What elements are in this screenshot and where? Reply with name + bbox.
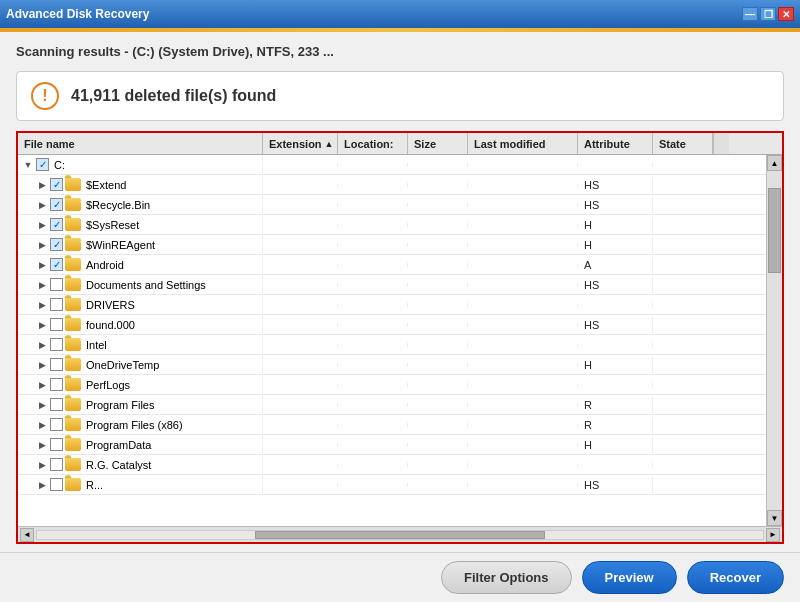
- scan-header: Scanning results - (C:) (System Drive), …: [0, 32, 800, 67]
- table-row[interactable]: ▼✓C:: [18, 155, 766, 175]
- tree-body[interactable]: ▼✓C:▶✓$ExtendHS▶✓$Recycle.BinHS▶✓$SysRes…: [18, 155, 766, 526]
- restore-button[interactable]: ❐: [760, 7, 776, 21]
- v-scroll-thumb[interactable]: [768, 188, 781, 273]
- file-checkbox[interactable]: [50, 278, 63, 291]
- expand-arrow[interactable]: ▶: [36, 419, 48, 431]
- expand-arrow[interactable]: ▶: [36, 359, 48, 371]
- folder-icon: [65, 278, 81, 291]
- cell-size: [408, 343, 468, 347]
- table-row[interactable]: ▶found.000HS: [18, 315, 766, 335]
- table-row[interactable]: ▶Documents and SettingsHS: [18, 275, 766, 295]
- file-name-cell: ▶ProgramData: [18, 436, 263, 453]
- cell-size: [408, 163, 468, 167]
- col-attribute: Attribute: [578, 133, 653, 154]
- expand-arrow[interactable]: ▶: [36, 279, 48, 291]
- expand-arrow[interactable]: ▼: [22, 159, 34, 171]
- expand-arrow[interactable]: ▶: [36, 239, 48, 251]
- cell-state: [653, 483, 713, 487]
- expand-arrow[interactable]: ▶: [36, 339, 48, 351]
- file-checkbox[interactable]: ✓: [50, 238, 63, 251]
- scroll-left-button[interactable]: ◄: [20, 528, 34, 542]
- table-row[interactable]: ▶✓$ExtendHS: [18, 175, 766, 195]
- expand-arrow[interactable]: ▶: [36, 319, 48, 331]
- preview-button[interactable]: Preview: [582, 561, 677, 594]
- file-checkbox[interactable]: [50, 438, 63, 451]
- file-checkbox[interactable]: [50, 318, 63, 331]
- table-row[interactable]: ▶ProgramDataH: [18, 435, 766, 455]
- cell-location: [338, 383, 408, 387]
- cell-extension: [263, 423, 338, 427]
- cell-attribute: R: [578, 397, 653, 413]
- col-extension[interactable]: Extension ▲: [263, 133, 338, 154]
- cell-state: [653, 203, 713, 207]
- table-row[interactable]: ▶PerfLogs: [18, 375, 766, 395]
- file-checkbox[interactable]: [50, 378, 63, 391]
- cell-state: [653, 323, 713, 327]
- file-checkbox[interactable]: [50, 418, 63, 431]
- cell-extension: [263, 283, 338, 287]
- minimize-button[interactable]: —: [742, 7, 758, 21]
- table-row[interactable]: ▶Program FilesR: [18, 395, 766, 415]
- table-row[interactable]: ▶✓$WinREAgentH: [18, 235, 766, 255]
- table-header: File name Extension ▲ Location: Size Las…: [18, 133, 782, 155]
- file-checkbox[interactable]: [50, 478, 63, 491]
- table-row[interactable]: ▶Program Files (x86)R: [18, 415, 766, 435]
- close-button[interactable]: ✕: [778, 7, 794, 21]
- file-label: $Extend: [86, 179, 126, 191]
- cell-attribute: H: [578, 237, 653, 253]
- h-scrollbar[interactable]: ◄ ►: [18, 526, 782, 542]
- recover-button[interactable]: Recover: [687, 561, 784, 594]
- expand-arrow[interactable]: ▶: [36, 259, 48, 271]
- expand-arrow[interactable]: ▶: [36, 459, 48, 471]
- cell-extension: [263, 343, 338, 347]
- cell-location: [338, 183, 408, 187]
- file-name-cell: ▶Intel: [18, 336, 263, 353]
- file-checkbox[interactable]: [50, 338, 63, 351]
- h-scroll-thumb[interactable]: [255, 531, 545, 539]
- cell-modified: [468, 483, 578, 487]
- file-checkbox[interactable]: ✓: [50, 198, 63, 211]
- expand-arrow[interactable]: ▶: [36, 399, 48, 411]
- cell-state: [653, 363, 713, 367]
- file-checkbox[interactable]: [50, 458, 63, 471]
- file-checkbox[interactable]: [50, 298, 63, 311]
- cell-modified: [468, 303, 578, 307]
- v-scrollbar[interactable]: ▲ ▼: [766, 155, 782, 526]
- folder-icon: [65, 338, 81, 351]
- table-row[interactable]: ▶R...HS: [18, 475, 766, 495]
- cell-attribute: H: [578, 437, 653, 453]
- table-row[interactable]: ▶DRIVERS: [18, 295, 766, 315]
- expand-arrow[interactable]: ▶: [36, 219, 48, 231]
- expand-arrow[interactable]: ▶: [36, 179, 48, 191]
- folder-icon: [65, 238, 81, 251]
- expand-arrow[interactable]: ▶: [36, 199, 48, 211]
- table-row[interactable]: ▶OneDriveTempH: [18, 355, 766, 375]
- filter-options-button[interactable]: Filter Options: [441, 561, 572, 594]
- file-name-cell: ▶R...: [18, 476, 263, 493]
- file-checkbox[interactable]: [50, 398, 63, 411]
- scroll-down-button[interactable]: ▼: [767, 510, 782, 526]
- scroll-right-button[interactable]: ►: [766, 528, 780, 542]
- table-row[interactable]: ▶✓$SysResetH: [18, 215, 766, 235]
- file-checkbox[interactable]: [50, 358, 63, 371]
- table-row[interactable]: ▶Intel: [18, 335, 766, 355]
- expand-arrow[interactable]: ▶: [36, 479, 48, 491]
- expand-arrow[interactable]: ▶: [36, 439, 48, 451]
- file-checkbox[interactable]: ✓: [50, 218, 63, 231]
- table-row[interactable]: ▶✓$Recycle.BinHS: [18, 195, 766, 215]
- table-row[interactable]: ▶R.G. Catalyst: [18, 455, 766, 475]
- file-name-cell: ▶✓$WinREAgent: [18, 236, 263, 253]
- file-checkbox[interactable]: ✓: [36, 158, 49, 171]
- file-checkbox[interactable]: ✓: [50, 178, 63, 191]
- sort-arrow-extension: ▲: [325, 139, 334, 149]
- expand-arrow[interactable]: ▶: [36, 379, 48, 391]
- table-row[interactable]: ▶✓AndroidA: [18, 255, 766, 275]
- col-state: State: [653, 133, 713, 154]
- expand-arrow[interactable]: ▶: [36, 299, 48, 311]
- cell-extension: [263, 183, 338, 187]
- file-checkbox[interactable]: ✓: [50, 258, 63, 271]
- folder-icon: [65, 358, 81, 371]
- cell-modified: [468, 183, 578, 187]
- file-label: OneDriveTemp: [86, 359, 159, 371]
- scroll-up-button[interactable]: ▲: [767, 155, 782, 171]
